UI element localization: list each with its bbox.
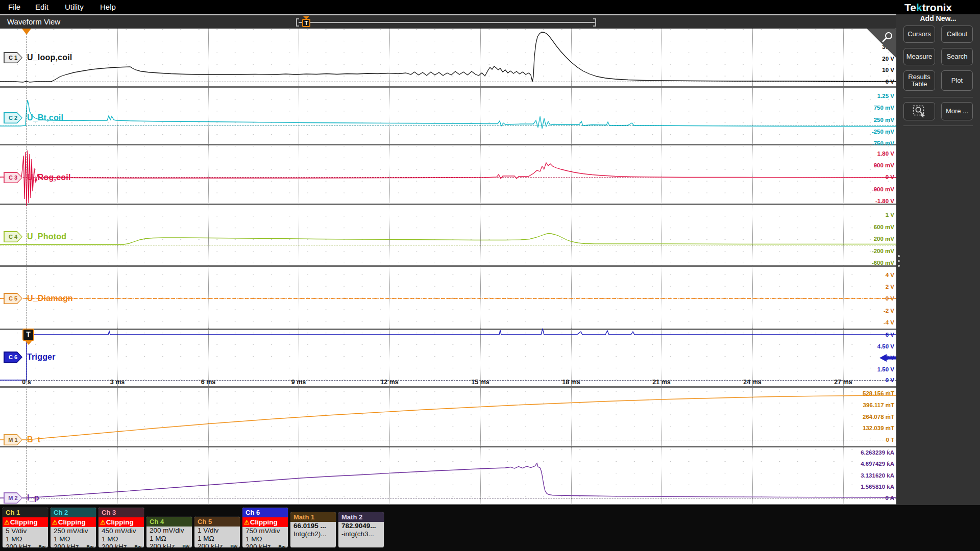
badge-header: Ch 5: [194, 517, 240, 527]
badge-header: Math 2: [338, 512, 384, 522]
callout-button[interactable]: Callout: [941, 26, 973, 43]
C5-scale-label: -4 V: [884, 319, 894, 325]
menu-edit[interactable]: Edit: [32, 0, 52, 14]
trigger-position-marker-icon[interactable]: [22, 29, 31, 35]
zoom-select-button[interactable]: [903, 102, 935, 120]
clipping-warning: ⚠Clipping: [3, 517, 48, 527]
menu-file[interactable]: File: [5, 0, 23, 14]
search-button[interactable]: Search: [941, 48, 973, 65]
badge-header: Math 1: [290, 512, 336, 522]
C6-scale-label: 0 V: [886, 377, 894, 383]
C6-scale-label: 6 V: [886, 332, 894, 338]
plot-button[interactable]: Plot: [941, 70, 973, 91]
oscilloscope-app: FileEditUtilityHelp Tektronix Waveform V…: [0, 0, 980, 551]
cursors-button[interactable]: Cursors: [903, 26, 935, 43]
C5-scale-label: 4 V: [886, 272, 894, 278]
badge-row: 1 MΩ: [146, 535, 192, 543]
bandwidth-limit-icon: Bᴡ: [39, 543, 46, 548]
timeline-right-bracket[interactable]: [593, 18, 596, 27]
C6-scale-label: 4.50 V: [877, 343, 894, 349]
bottom-badge-ch5[interactable]: Ch 51 V/div1 MΩ200 kHzBᴡ: [194, 516, 240, 548]
C5-trace-label: U_Diamagn: [27, 294, 73, 303]
C1-badge-label: C 1: [5, 53, 22, 63]
clipping-warning: ⚠Clipping: [99, 517, 144, 527]
add-new-heading: Add New...: [896, 14, 980, 22]
results-table-button[interactable]: Results Table: [903, 70, 935, 91]
measure-button[interactable]: Measure: [903, 48, 935, 65]
M2-scale-label: 4.697429 kA: [861, 461, 894, 467]
M1-badge-label: M 1: [5, 435, 22, 445]
C3-scale-label: 1.80 V: [877, 151, 894, 157]
C6-trace-label: Trigger: [27, 353, 56, 362]
time-axis-label: 15 ms: [471, 379, 489, 386]
more-button[interactable]: More ...: [941, 102, 973, 120]
menu-utility[interactable]: Utility: [62, 0, 87, 14]
time-axis-label: 21 ms: [652, 379, 670, 386]
time-axis-label: 24 ms: [743, 379, 761, 386]
waveform-traces: [0, 29, 896, 505]
C5-scale-label: -2 V: [884, 308, 894, 314]
C2-badge-label: C 2: [5, 113, 22, 123]
bottom-badge-math1[interactable]: Math 166.0195 ...Intg(ch2)...: [290, 512, 336, 548]
badge-row: 450 mV/div: [99, 527, 144, 535]
M2-scale-label: 3.131620 kA: [861, 472, 894, 479]
warning-icon: ⚠: [52, 519, 58, 526]
C1-scale-label: 0 V: [886, 79, 894, 85]
badge-header: Ch 2: [51, 508, 96, 517]
C2-trace: [0, 100, 896, 129]
C4-trace-label: U_Photod: [27, 232, 66, 241]
C1-trace-label: U_loop,coil: [27, 53, 72, 62]
C4-scale-label: -600 mV: [872, 260, 894, 266]
badge-row: 66.0195 ...: [290, 522, 336, 530]
zoom-select-icon: [913, 105, 926, 117]
warning-icon: ⚠: [244, 519, 250, 526]
tektronix-logo: Tektronix: [904, 2, 978, 14]
M2-badge-label: M 2: [5, 493, 22, 503]
timeline-left-bracket[interactable]: [296, 18, 299, 27]
right-toolbar: Add New... Cursors Callout Measure Searc…: [896, 14, 980, 505]
M1-scale-label: 0 T: [886, 437, 894, 443]
M1-scale-label: 132.039 mT: [863, 425, 894, 431]
menu-help[interactable]: Help: [97, 0, 119, 14]
M2-trace: [0, 463, 896, 498]
sidebar-separator: [903, 97, 973, 97]
badge-header: Ch 6: [242, 508, 288, 517]
sidebar-separator: [903, 126, 973, 126]
badge-row: 1 MΩ: [99, 535, 144, 543]
C4-scale-label: 600 mV: [874, 224, 894, 230]
M2-scale-label: 0 A: [886, 495, 894, 501]
badge-row: 5 V/div: [3, 527, 48, 535]
zoom-corner-button[interactable]: [866, 29, 896, 59]
badge-row: 1 MΩ: [242, 535, 288, 543]
C5-scale-label: 2 V: [886, 284, 894, 290]
trigger-level-arrow-icon[interactable]: [879, 354, 896, 364]
M1-trace-label: B_t: [27, 435, 40, 444]
C5-scale-label: 0 V: [886, 295, 894, 302]
panel-drag-handle[interactable]: [897, 252, 900, 267]
bottom-badge-ch1[interactable]: Ch 1⚠Clipping5 V/div1 MΩ200 kHzBᴡ: [2, 507, 48, 548]
bandwidth-limit-icon: Bᴡ: [87, 543, 94, 548]
C1-scale-label: 10 V: [882, 67, 894, 73]
bandwidth-limit-icon: Bᴡ: [231, 543, 238, 548]
timeline-overview-bar[interactable]: [299, 22, 595, 23]
bottom-badge-ch4[interactable]: Ch 4200 mV/div1 MΩ200 kHzBᴡ: [146, 516, 192, 548]
bottom-badge-ch2[interactable]: Ch 2⚠Clipping250 mV/div1 MΩ200 kHzBᴡ: [50, 507, 96, 548]
bottom-badge-ch3[interactable]: Ch 3⚠Clipping450 mV/div1 MΩ200 kHzBᴡ: [98, 507, 144, 548]
bottom-badge-math2[interactable]: Math 2782.9049...-intg(ch3...: [338, 512, 384, 548]
M1-scale-label: 264.078 mT: [863, 414, 894, 420]
trigger-point-badge[interactable]: T: [22, 329, 34, 341]
C2-scale-label: -750 mV: [872, 140, 894, 146]
C4-scale-label: 200 mV: [874, 236, 894, 242]
M1-trace: [0, 395, 896, 440]
C3-badge-label: C 3: [5, 173, 22, 183]
waveform-graticule[interactable]: T 0 s3 ms6 ms9 ms12 ms15 ms18 ms21 ms24 …: [0, 29, 896, 505]
time-axis-label: 0 s: [22, 379, 31, 386]
warning-icon: ⚠: [100, 519, 106, 526]
bottom-badge-ch6[interactable]: Ch 6⚠Clipping750 mV/div1 MΩ200 kHzBᴡ: [242, 507, 288, 548]
badge-header: Ch 3: [99, 508, 144, 517]
M1-scale-label: 396.117 mT: [863, 402, 894, 408]
badge-row: 200 kHzBᴡ: [3, 543, 48, 548]
timeline-trigger-marker-icon[interactable]: T: [302, 19, 310, 27]
badge-row: 782.9049...: [338, 522, 384, 530]
view-title: Waveform View: [7, 17, 60, 26]
